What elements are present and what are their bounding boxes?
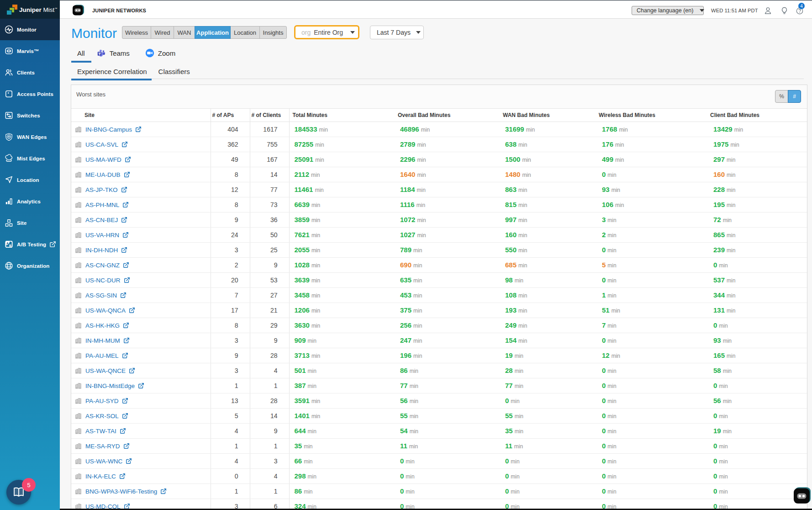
svg-text:B: B xyxy=(9,244,11,247)
svg-text:A: A xyxy=(6,242,9,245)
